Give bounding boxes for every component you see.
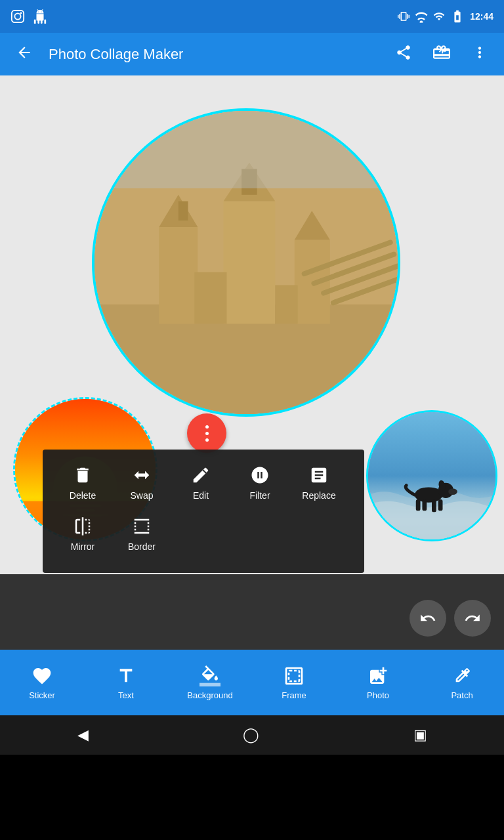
svg-rect-0 [12,10,24,22]
svg-rect-11 [295,240,330,324]
swap-menu-item[interactable]: Swap [112,460,171,506]
patch-label: Patch [451,690,472,700]
delete-label: Delete [70,490,96,501]
svg-marker-12 [295,211,330,240]
svg-point-29 [448,488,457,495]
svg-rect-33 [432,499,436,512]
android-icon [33,9,47,24]
main-photo-frame[interactable] [92,108,400,417]
replace-icon [309,465,329,485]
home-nav-button[interactable]: ◯ [223,720,279,750]
vertical-dots-icon [205,425,209,442]
svg-rect-8 [224,201,276,324]
context-menu-row-1: Delete Swap Edit Filter [53,460,354,506]
context-menu-fab[interactable] [187,413,226,453]
battery-icon [450,9,465,24]
frame-label: Frame [282,690,306,700]
mirror-menu-item[interactable]: Mirror [53,511,112,557]
right-photo-frame[interactable] [366,410,497,541]
trash-icon [73,465,93,485]
ocean-image [368,412,495,539]
replace-label: Replace [302,490,335,501]
photo-add-icon [368,665,388,686]
photo-label: Photo [367,690,389,700]
photo-tool[interactable]: Photo [352,665,404,700]
svg-rect-7 [178,201,188,220]
status-bar: 12:44 [0,0,504,33]
undo-icon [419,610,436,627]
svg-rect-36 [289,671,299,681]
svg-rect-34 [438,499,443,511]
sticker-tool[interactable]: Sticker [16,665,68,700]
background-label: Background [187,690,232,700]
frame-tool[interactable]: Frame [268,665,320,700]
delete-menu-item[interactable]: Delete [53,460,112,506]
context-menu-row-2: Mirror Border [53,511,354,557]
svg-rect-3 [94,111,398,414]
more-options-button[interactable] [466,39,494,70]
svg-point-2 [20,12,22,14]
svg-point-1 [14,13,20,19]
filter-menu-item[interactable]: Filter [230,460,289,506]
sand-castle-image [94,111,398,414]
navigation-bar: ◀ ◯ ▣ [0,715,504,755]
patch-icon [452,665,472,686]
text-icon [116,665,136,686]
svg-rect-31 [416,499,421,511]
svg-rect-17 [320,263,398,297]
app-title: Photo Collage Maker [49,46,379,63]
workspace-area [0,574,504,650]
redo-button[interactable] [454,600,491,637]
patch-tool[interactable]: Patch [436,665,488,700]
signal-icon [433,10,445,22]
svg-rect-4 [94,304,398,414]
replace-menu-item[interactable]: Replace [289,460,348,506]
edit-menu-item[interactable]: Edit [171,460,230,506]
edit-label: Edit [193,490,209,501]
redo-icon [464,610,481,627]
border-menu-item[interactable]: Border [112,511,171,557]
svg-rect-32 [422,499,427,511]
svg-rect-16 [310,251,397,286]
frame-icon [284,665,304,686]
svg-rect-10 [242,169,257,194]
svg-rect-15 [301,239,394,277]
mirror-icon [73,516,93,536]
pencil-icon [191,465,211,485]
border-icon [132,516,152,536]
wifi-icon [415,10,428,23]
instagram-icon [10,9,25,24]
swap-label: Swap [130,490,153,501]
app-bar: Photo Collage Maker [0,33,504,75]
undo-button[interactable] [410,600,446,637]
status-right-icons: 12:44 [398,9,494,24]
sticker-label: Sticker [29,690,55,700]
text-label: Text [118,690,134,700]
recent-nav-button[interactable]: ▣ [394,720,447,750]
canvas-area[interactable]: Delete Swap Edit Filter [0,75,504,574]
vibrate-icon [398,10,410,22]
heart-icon [32,665,52,686]
swap-icon [132,465,152,485]
filter-label: Filter [249,490,270,501]
back-button[interactable] [10,39,38,70]
gift-button[interactable] [428,39,455,70]
svg-rect-5 [159,227,198,324]
svg-rect-13 [194,272,226,324]
svg-marker-9 [224,163,276,201]
svg-rect-14 [275,285,297,324]
svg-rect-18 [330,275,398,306]
mirror-label: Mirror [71,541,95,552]
bottom-toolbar: Sticker Text Background Frame Photo [0,650,504,715]
back-nav-button[interactable]: ◀ [58,720,108,750]
undo-redo-controls [410,600,491,637]
background-tool[interactable]: Background [184,665,236,700]
background-icon [200,665,220,686]
text-tool[interactable]: Text [100,665,152,700]
context-menu-popup: Delete Swap Edit Filter [43,450,364,573]
share-button[interactable] [390,39,417,70]
svg-rect-19 [94,111,398,188]
svg-marker-6 [159,195,198,227]
status-left-icons [10,9,47,24]
clock: 12:44 [470,11,494,22]
